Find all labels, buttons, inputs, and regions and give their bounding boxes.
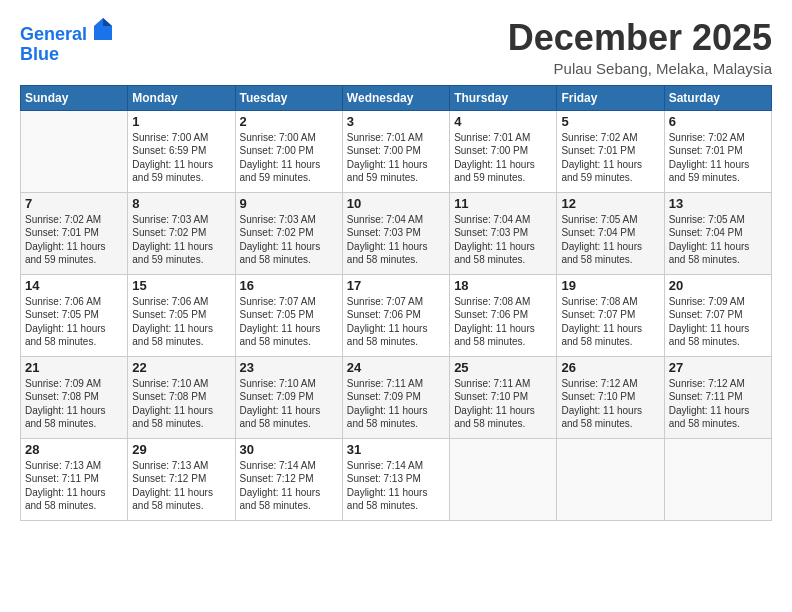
calendar-cell: 22Sunrise: 7:10 AM Sunset: 7:08 PM Dayli… xyxy=(128,356,235,438)
day-info: Sunrise: 7:00 AM Sunset: 7:00 PM Dayligh… xyxy=(240,131,338,185)
day-number: 20 xyxy=(669,278,767,293)
svg-marker-1 xyxy=(103,18,112,26)
col-thursday: Thursday xyxy=(450,85,557,110)
calendar-cell: 28Sunrise: 7:13 AM Sunset: 7:11 PM Dayli… xyxy=(21,438,128,520)
calendar-cell xyxy=(664,438,771,520)
day-number: 30 xyxy=(240,442,338,457)
calendar-cell: 7Sunrise: 7:02 AM Sunset: 7:01 PM Daylig… xyxy=(21,192,128,274)
logo-general: General xyxy=(20,24,87,44)
day-info: Sunrise: 7:04 AM Sunset: 7:03 PM Dayligh… xyxy=(347,213,445,267)
week-row-2: 7Sunrise: 7:02 AM Sunset: 7:01 PM Daylig… xyxy=(21,192,772,274)
day-info: Sunrise: 7:12 AM Sunset: 7:11 PM Dayligh… xyxy=(669,377,767,431)
col-wednesday: Wednesday xyxy=(342,85,449,110)
day-number: 17 xyxy=(347,278,445,293)
calendar-cell: 2Sunrise: 7:00 AM Sunset: 7:00 PM Daylig… xyxy=(235,110,342,192)
day-number: 25 xyxy=(454,360,552,375)
calendar-cell: 31Sunrise: 7:14 AM Sunset: 7:13 PM Dayli… xyxy=(342,438,449,520)
calendar-cell: 13Sunrise: 7:05 AM Sunset: 7:04 PM Dayli… xyxy=(664,192,771,274)
calendar-cell: 14Sunrise: 7:06 AM Sunset: 7:05 PM Dayli… xyxy=(21,274,128,356)
calendar-cell: 11Sunrise: 7:04 AM Sunset: 7:03 PM Dayli… xyxy=(450,192,557,274)
day-number: 19 xyxy=(561,278,659,293)
calendar-header-row: Sunday Monday Tuesday Wednesday Thursday… xyxy=(21,85,772,110)
calendar-cell: 26Sunrise: 7:12 AM Sunset: 7:10 PM Dayli… xyxy=(557,356,664,438)
calendar-cell: 19Sunrise: 7:08 AM Sunset: 7:07 PM Dayli… xyxy=(557,274,664,356)
calendar-cell: 3Sunrise: 7:01 AM Sunset: 7:00 PM Daylig… xyxy=(342,110,449,192)
day-info: Sunrise: 7:10 AM Sunset: 7:08 PM Dayligh… xyxy=(132,377,230,431)
calendar-table: Sunday Monday Tuesday Wednesday Thursday… xyxy=(20,85,772,521)
day-number: 11 xyxy=(454,196,552,211)
col-friday: Friday xyxy=(557,85,664,110)
day-info: Sunrise: 7:04 AM Sunset: 7:03 PM Dayligh… xyxy=(454,213,552,267)
day-number: 21 xyxy=(25,360,123,375)
day-number: 1 xyxy=(132,114,230,129)
calendar-cell: 27Sunrise: 7:12 AM Sunset: 7:11 PM Dayli… xyxy=(664,356,771,438)
week-row-5: 28Sunrise: 7:13 AM Sunset: 7:11 PM Dayli… xyxy=(21,438,772,520)
day-number: 5 xyxy=(561,114,659,129)
day-number: 27 xyxy=(669,360,767,375)
calendar-cell: 12Sunrise: 7:05 AM Sunset: 7:04 PM Dayli… xyxy=(557,192,664,274)
col-tuesday: Tuesday xyxy=(235,85,342,110)
logo: General Blue xyxy=(20,22,112,65)
calendar-cell: 29Sunrise: 7:13 AM Sunset: 7:12 PM Dayli… xyxy=(128,438,235,520)
calendar-cell: 30Sunrise: 7:14 AM Sunset: 7:12 PM Dayli… xyxy=(235,438,342,520)
location-subtitle: Pulau Sebang, Melaka, Malaysia xyxy=(508,60,772,77)
day-number: 9 xyxy=(240,196,338,211)
day-number: 28 xyxy=(25,442,123,457)
day-info: Sunrise: 7:10 AM Sunset: 7:09 PM Dayligh… xyxy=(240,377,338,431)
calendar-cell xyxy=(450,438,557,520)
col-monday: Monday xyxy=(128,85,235,110)
week-row-1: 1Sunrise: 7:00 AM Sunset: 6:59 PM Daylig… xyxy=(21,110,772,192)
calendar-cell: 5Sunrise: 7:02 AM Sunset: 7:01 PM Daylig… xyxy=(557,110,664,192)
day-number: 24 xyxy=(347,360,445,375)
day-info: Sunrise: 7:09 AM Sunset: 7:07 PM Dayligh… xyxy=(669,295,767,349)
calendar-cell: 18Sunrise: 7:08 AM Sunset: 7:06 PM Dayli… xyxy=(450,274,557,356)
day-info: Sunrise: 7:02 AM Sunset: 7:01 PM Dayligh… xyxy=(25,213,123,267)
calendar-cell: 23Sunrise: 7:10 AM Sunset: 7:09 PM Dayli… xyxy=(235,356,342,438)
day-number: 6 xyxy=(669,114,767,129)
day-info: Sunrise: 7:12 AM Sunset: 7:10 PM Dayligh… xyxy=(561,377,659,431)
day-number: 8 xyxy=(132,196,230,211)
calendar-cell: 21Sunrise: 7:09 AM Sunset: 7:08 PM Dayli… xyxy=(21,356,128,438)
calendar-cell: 15Sunrise: 7:06 AM Sunset: 7:05 PM Dayli… xyxy=(128,274,235,356)
header: General Blue December 2025 Pulau Sebang,… xyxy=(20,18,772,77)
day-info: Sunrise: 7:02 AM Sunset: 7:01 PM Dayligh… xyxy=(561,131,659,185)
day-info: Sunrise: 7:09 AM Sunset: 7:08 PM Dayligh… xyxy=(25,377,123,431)
day-info: Sunrise: 7:00 AM Sunset: 6:59 PM Dayligh… xyxy=(132,131,230,185)
calendar-cell: 9Sunrise: 7:03 AM Sunset: 7:02 PM Daylig… xyxy=(235,192,342,274)
day-info: Sunrise: 7:14 AM Sunset: 7:13 PM Dayligh… xyxy=(347,459,445,513)
day-number: 4 xyxy=(454,114,552,129)
day-number: 14 xyxy=(25,278,123,293)
day-info: Sunrise: 7:08 AM Sunset: 7:07 PM Dayligh… xyxy=(561,295,659,349)
day-info: Sunrise: 7:08 AM Sunset: 7:06 PM Dayligh… xyxy=(454,295,552,349)
title-block: December 2025 Pulau Sebang, Melaka, Mala… xyxy=(508,18,772,77)
logo-icon xyxy=(94,18,112,40)
day-info: Sunrise: 7:11 AM Sunset: 7:10 PM Dayligh… xyxy=(454,377,552,431)
day-number: 23 xyxy=(240,360,338,375)
day-info: Sunrise: 7:07 AM Sunset: 7:05 PM Dayligh… xyxy=(240,295,338,349)
logo-blue: Blue xyxy=(20,45,112,65)
day-number: 15 xyxy=(132,278,230,293)
day-number: 16 xyxy=(240,278,338,293)
day-info: Sunrise: 7:07 AM Sunset: 7:06 PM Dayligh… xyxy=(347,295,445,349)
day-info: Sunrise: 7:14 AM Sunset: 7:12 PM Dayligh… xyxy=(240,459,338,513)
calendar-cell: 25Sunrise: 7:11 AM Sunset: 7:10 PM Dayli… xyxy=(450,356,557,438)
day-number: 22 xyxy=(132,360,230,375)
day-number: 13 xyxy=(669,196,767,211)
day-info: Sunrise: 7:03 AM Sunset: 7:02 PM Dayligh… xyxy=(132,213,230,267)
day-info: Sunrise: 7:05 AM Sunset: 7:04 PM Dayligh… xyxy=(561,213,659,267)
calendar-cell: 10Sunrise: 7:04 AM Sunset: 7:03 PM Dayli… xyxy=(342,192,449,274)
calendar-cell: 6Sunrise: 7:02 AM Sunset: 7:01 PM Daylig… xyxy=(664,110,771,192)
day-info: Sunrise: 7:05 AM Sunset: 7:04 PM Dayligh… xyxy=(669,213,767,267)
calendar-cell: 24Sunrise: 7:11 AM Sunset: 7:09 PM Dayli… xyxy=(342,356,449,438)
calendar-cell: 4Sunrise: 7:01 AM Sunset: 7:00 PM Daylig… xyxy=(450,110,557,192)
day-number: 26 xyxy=(561,360,659,375)
month-title: December 2025 xyxy=(508,18,772,58)
calendar-cell: 20Sunrise: 7:09 AM Sunset: 7:07 PM Dayli… xyxy=(664,274,771,356)
day-number: 7 xyxy=(25,196,123,211)
calendar-cell: 16Sunrise: 7:07 AM Sunset: 7:05 PM Dayli… xyxy=(235,274,342,356)
calendar-cell xyxy=(21,110,128,192)
day-number: 29 xyxy=(132,442,230,457)
day-info: Sunrise: 7:01 AM Sunset: 7:00 PM Dayligh… xyxy=(347,131,445,185)
day-number: 3 xyxy=(347,114,445,129)
day-info: Sunrise: 7:13 AM Sunset: 7:11 PM Dayligh… xyxy=(25,459,123,513)
